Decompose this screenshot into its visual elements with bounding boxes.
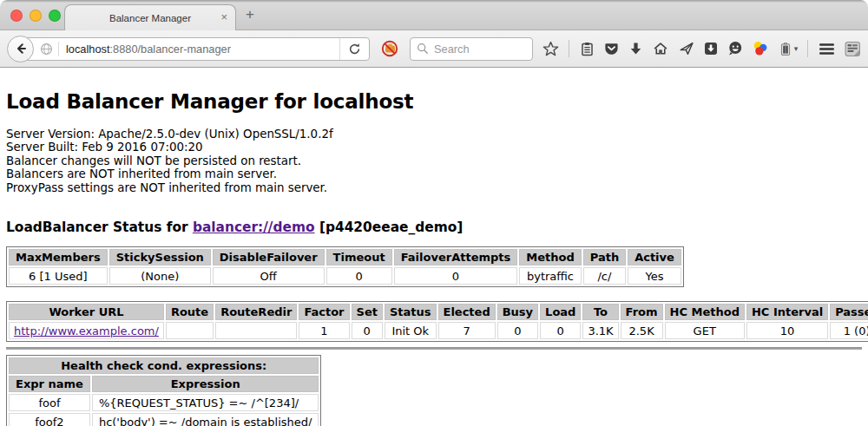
url-bar[interactable]: localhost:8880/balancer-manager bbox=[21, 37, 370, 61]
column-header: Status bbox=[385, 304, 437, 320]
table-cell: foof2 bbox=[9, 413, 90, 426]
close-window-button[interactable] bbox=[10, 10, 23, 22]
table-cell: bytraffic bbox=[519, 267, 581, 285]
table-cell: 6 [1 Used] bbox=[9, 267, 108, 285]
tab-close-icon[interactable]: × bbox=[220, 11, 227, 23]
search-icon bbox=[417, 43, 429, 55]
bookmark-star-icon[interactable] bbox=[542, 41, 559, 57]
reload-icon bbox=[348, 43, 361, 56]
table-cell: 0 bbox=[352, 322, 383, 339]
column-header: HC Interval bbox=[746, 304, 828, 320]
back-arrow-icon bbox=[14, 42, 28, 56]
chevron-down-icon: ▾ bbox=[794, 44, 799, 53]
menu-hamburger-icon[interactable] bbox=[819, 43, 835, 56]
table-row: 6 [1 Used](None)Off00bytraffic/c/Yes bbox=[9, 267, 681, 285]
column-header: Route bbox=[166, 304, 214, 320]
table-cell: 2.5K bbox=[621, 322, 663, 339]
table-cell bbox=[215, 322, 297, 339]
table-cell: 3.1K bbox=[582, 322, 618, 339]
loadbalancer-status-heading: LoadBalancer Status for balancer://demo … bbox=[6, 220, 862, 235]
table-cell: %{REQUEST_STATUS} =~ /^[234]/ bbox=[92, 394, 319, 411]
column-header: Worker URL bbox=[9, 304, 164, 320]
column-header: To bbox=[582, 304, 618, 320]
table-cell: Off bbox=[213, 267, 325, 285]
column-header: Elected bbox=[438, 304, 496, 320]
column-header: Factor bbox=[299, 304, 349, 320]
table-cell bbox=[166, 322, 214, 339]
column-header: Timeout bbox=[326, 249, 392, 265]
browser-window: Balancer Manager × + localhost:8880/bala… bbox=[0, 0, 868, 426]
column-header: Method bbox=[519, 249, 581, 265]
column-header: Active bbox=[628, 249, 681, 265]
zoom-window-button[interactable] bbox=[49, 10, 61, 22]
plugin-blocked-icon[interactable] bbox=[381, 40, 398, 57]
pocket-icon[interactable] bbox=[604, 42, 619, 56]
column-header: Set bbox=[352, 304, 383, 320]
table-row: http://www.example.com/10Init Ok7003.1K2… bbox=[9, 322, 868, 339]
url-domain: localhost bbox=[66, 43, 110, 56]
column-header: Expression bbox=[92, 376, 319, 392]
status-heading-prefix: LoadBalancer Status for bbox=[6, 220, 193, 235]
navigation-toolbar: localhost:8880/balancer-manager Search bbox=[0, 30, 868, 68]
search-input[interactable]: Search bbox=[410, 37, 533, 61]
table-cell: Init Ok bbox=[385, 322, 437, 339]
table-cell: 7 bbox=[438, 322, 496, 339]
download-helper-icon[interactable] bbox=[704, 42, 718, 56]
browser-tab[interactable]: Balancer Manager × bbox=[64, 4, 236, 30]
column-header: From bbox=[621, 304, 663, 320]
table-cell: 10 bbox=[746, 322, 828, 339]
column-header: Busy bbox=[497, 304, 538, 320]
notice-line: Balancer changes will NOT be persisted o… bbox=[6, 154, 862, 167]
table-cell: /c/ bbox=[583, 267, 626, 285]
table-cell: 1 bbox=[299, 322, 349, 339]
minimize-window-button[interactable] bbox=[30, 10, 42, 22]
health-check-table: Health check cond. expressions:Expr name… bbox=[6, 355, 321, 426]
color-dots-extension-icon[interactable] bbox=[753, 41, 768, 56]
server-built-line: Server Built: Feb 9 2016 07:00:20 bbox=[6, 141, 862, 154]
send-tab-icon[interactable] bbox=[679, 41, 694, 56]
battery-extension-icon[interactable]: ▾ bbox=[779, 42, 799, 56]
downloads-icon[interactable] bbox=[628, 42, 643, 56]
table-cell: 0 bbox=[497, 322, 538, 339]
table-cell: foof bbox=[9, 394, 90, 411]
notice-line: Balancers are NOT inherited from main se… bbox=[6, 167, 862, 180]
worker-status-table: Worker URLRouteRouteRedirFactorSetStatus… bbox=[6, 301, 868, 342]
table-cell: hc('body') =~ /domain is established/ bbox=[92, 413, 319, 426]
new-tab-button[interactable]: + bbox=[246, 7, 254, 22]
column-header: Load bbox=[540, 304, 581, 320]
toolbar-icons: ▾ bbox=[542, 40, 861, 57]
balancer-demo-link[interactable]: balancer://demo bbox=[193, 220, 315, 235]
reading-list-icon[interactable] bbox=[580, 42, 595, 56]
notice-line: ProxyPass settings are NOT inherited fro… bbox=[6, 181, 862, 194]
page-content: Load Balancer Manager for localhost Serv… bbox=[0, 90, 868, 426]
divider bbox=[6, 347, 862, 350]
table-title: Health check cond. expressions: bbox=[9, 357, 319, 374]
column-header: Path bbox=[583, 249, 626, 265]
column-header: StickySession bbox=[109, 249, 211, 265]
table-row: foof%{REQUEST_STATUS} =~ /^[234]/ bbox=[9, 394, 319, 411]
table-cell: 0 bbox=[394, 267, 518, 285]
table-cell: (None) bbox=[109, 267, 211, 285]
balancer-settings-table: MaxMembersStickySessionDisableFailoverTi… bbox=[6, 246, 684, 287]
column-header: RouteRedir bbox=[215, 304, 297, 320]
worker-url-link[interactable]: http://www.example.com/ bbox=[14, 324, 159, 338]
column-header: Expr name bbox=[9, 376, 90, 392]
toolbar-separator bbox=[807, 40, 808, 57]
back-button[interactable] bbox=[7, 36, 34, 62]
home-icon[interactable] bbox=[653, 41, 668, 56]
tab-strip: Balancer Manager × + bbox=[0, 0, 868, 30]
table-cell: GET bbox=[665, 322, 745, 339]
search-placeholder: Search bbox=[434, 43, 470, 56]
tab-title: Balancer Manager bbox=[109, 13, 191, 23]
url-text: localhost:8880/balancer-manager bbox=[66, 43, 231, 56]
url-divider bbox=[58, 42, 59, 56]
reload-button[interactable] bbox=[339, 38, 369, 60]
table-cell: 1 (0) bbox=[830, 322, 868, 339]
page-title: Load Balancer Manager for localhost bbox=[6, 90, 862, 113]
screenshot-extension-icon[interactable] bbox=[845, 41, 861, 57]
chat-smiley-icon[interactable] bbox=[727, 41, 743, 56]
table-cell: http://www.example.com/ bbox=[9, 322, 164, 339]
table-row: foof2hc('body') =~ /domain is establishe… bbox=[9, 413, 319, 426]
column-header: FailoverAttempts bbox=[394, 249, 518, 265]
toolbar-separator bbox=[569, 40, 569, 57]
